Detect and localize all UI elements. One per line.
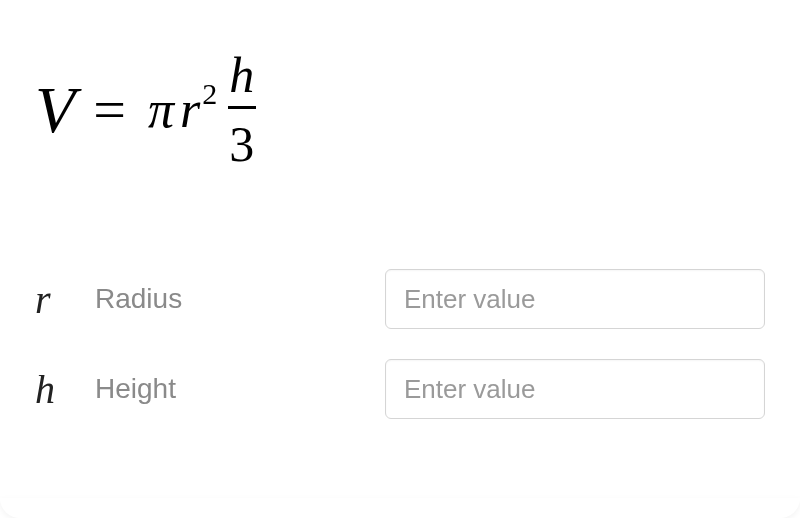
- formula-fraction-numerator: h: [225, 50, 258, 106]
- formula-fraction: h 3: [225, 50, 258, 169]
- radius-label: Radius: [85, 283, 385, 315]
- height-row: h Height: [35, 359, 765, 419]
- radius-input-wrap: [385, 269, 765, 329]
- formula-equals: =: [93, 76, 126, 143]
- radius-symbol: r: [35, 276, 85, 323]
- formula-variable-r: r: [180, 80, 200, 139]
- height-symbol: h: [35, 366, 85, 413]
- height-label: Height: [85, 373, 385, 405]
- formula-pi: π: [148, 80, 174, 139]
- input-rows: r Radius h Height: [35, 269, 765, 419]
- radius-input[interactable]: [385, 269, 765, 329]
- height-input[interactable]: [385, 359, 765, 419]
- radius-row: r Radius: [35, 269, 765, 329]
- height-input-wrap: [385, 359, 765, 419]
- volume-calculator-panel: V = π r 2 h 3 r Radius h Height: [0, 0, 800, 459]
- formula-variable-V: V: [35, 72, 75, 148]
- formula-fraction-denominator: 3: [229, 109, 254, 169]
- card-bottom-edge: [0, 498, 800, 518]
- formula-display: V = π r 2 h 3: [35, 50, 765, 169]
- formula-exponent: 2: [202, 77, 217, 111]
